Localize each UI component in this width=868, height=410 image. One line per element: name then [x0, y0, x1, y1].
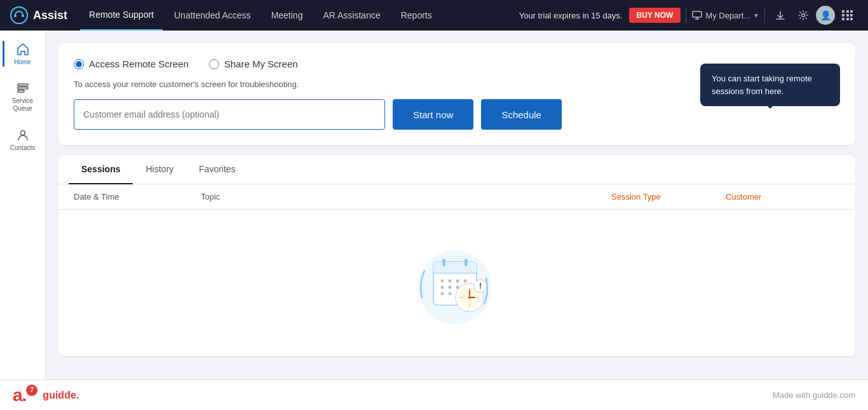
download-icon[interactable]: [770, 5, 790, 25]
empty-state: !: [58, 210, 855, 356]
svg-point-19: [464, 280, 467, 283]
sidebar-item-contacts[interactable]: Contacts: [3, 121, 43, 158]
tab-favorites[interactable]: Favorites: [186, 155, 248, 184]
svg-rect-6: [18, 87, 28, 89]
session-type-radio-group: Access Remote Screen Share My Screen: [74, 58, 685, 69]
trial-info: Your trial expires in 15 days. BUY NOW: [519, 8, 681, 23]
customer-email-input[interactable]: [74, 99, 385, 130]
svg-point-25: [449, 292, 452, 296]
sessions-card: Sessions History Favorites Date & Time T…: [58, 155, 855, 356]
app-body: Home Service Queue Contacts: [0, 31, 868, 410]
svg-point-8: [20, 131, 25, 135]
sidebar-queue-label: Service Queue: [5, 97, 41, 113]
guidde-a-logo: a.: [13, 385, 26, 406]
svg-point-16: [441, 280, 444, 283]
svg-rect-7: [18, 90, 24, 92]
svg-point-17: [449, 280, 452, 283]
sidebar-contacts-label: Contacts: [10, 144, 35, 151]
share-my-screen-radio[interactable]: Share My Screen: [209, 58, 298, 69]
start-now-button[interactable]: Start now: [393, 99, 473, 130]
buy-now-button[interactable]: BUY NOW: [629, 8, 681, 23]
svg-point-35: [468, 296, 471, 299]
made-with-text: Made with guidde.com: [773, 390, 855, 400]
col-date-time: Date & Time: [74, 192, 201, 202]
dept-selector[interactable]: My Depart... ▼: [691, 10, 759, 21]
nav-reports[interactable]: Reports: [392, 0, 441, 31]
tooltip-text: You can start taking remote sessions fro…: [700, 64, 840, 106]
sidebar-home-label: Home: [14, 58, 31, 65]
nav-remote-support[interactable]: Remote Support: [80, 0, 163, 31]
nav-ar-assistance[interactable]: AR Assistance: [314, 0, 389, 31]
guidde-text: guidde.: [43, 390, 79, 401]
col-topic: Topic: [201, 192, 611, 202]
nav-divider-2: [764, 8, 765, 23]
svg-rect-3: [693, 11, 702, 17]
grid-apps-icon[interactable]: [837, 5, 858, 25]
svg-point-0: [11, 7, 27, 24]
nav-unattended-access[interactable]: Unattended Access: [165, 0, 260, 31]
guidde-badge: 7: [26, 385, 37, 396]
guidde-logo: a. 7 guidde.: [13, 385, 79, 406]
start-session-row: Start now Schedule: [74, 99, 685, 130]
col-session-type: Session Type: [611, 192, 726, 202]
monitor-icon: [691, 10, 703, 21]
svg-rect-12: [433, 268, 477, 273]
queue-icon: [16, 81, 30, 95]
chevron-down-icon: ▼: [753, 12, 759, 19]
svg-point-4: [802, 14, 805, 17]
assist-logo-icon: [10, 6, 28, 24]
access-remote-screen-radio[interactable]: Access Remote Screen: [74, 58, 189, 69]
brand: Assist: [10, 6, 67, 24]
schedule-button[interactable]: Schedule: [481, 99, 562, 130]
main-content: Access Remote Screen Share My Screen To …: [46, 31, 868, 410]
sidebar-item-home[interactable]: Home: [3, 36, 43, 72]
nav-meeting[interactable]: Meeting: [262, 0, 312, 31]
sidebar-item-service-queue[interactable]: Service Queue: [3, 74, 43, 119]
svg-rect-5: [18, 84, 28, 86]
session-description: To access your remote customer's screen …: [74, 79, 685, 89]
sidebar: Home Service Queue Contacts: [0, 31, 46, 410]
sessions-tabs: Sessions History Favorites: [58, 155, 855, 184]
avatar[interactable]: 👤: [816, 6, 835, 25]
guidde-watermark: a. 7 guidde. Made with guidde.com: [0, 379, 868, 410]
tooltip-container: You can start taking remote sessions fro…: [700, 64, 840, 106]
svg-point-21: [449, 286, 452, 289]
nav-divider-1: [686, 8, 686, 23]
col-customer: Customer: [726, 192, 840, 202]
svg-point-20: [441, 286, 444, 289]
svg-point-2: [22, 15, 24, 17]
svg-point-24: [441, 292, 444, 296]
svg-rect-15: [465, 259, 468, 266]
tab-sessions[interactable]: Sessions: [69, 155, 133, 184]
svg-rect-14: [442, 259, 445, 266]
table-header: Date & Time Topic Session Type Customer: [58, 184, 855, 210]
home-icon: [16, 42, 30, 56]
svg-point-18: [456, 280, 459, 283]
svg-text:!: !: [479, 281, 482, 290]
contacts-icon: [16, 128, 30, 142]
settings-icon[interactable]: [793, 5, 813, 25]
remote-support-card: Access Remote Screen Share My Screen To …: [58, 43, 855, 145]
topnav: Assist Remote Support Unattended Access …: [0, 0, 868, 31]
brand-name: Assist: [33, 9, 67, 22]
svg-point-1: [14, 15, 17, 17]
empty-calendar-illustration: !: [409, 235, 505, 331]
tab-history[interactable]: History: [133, 155, 186, 184]
